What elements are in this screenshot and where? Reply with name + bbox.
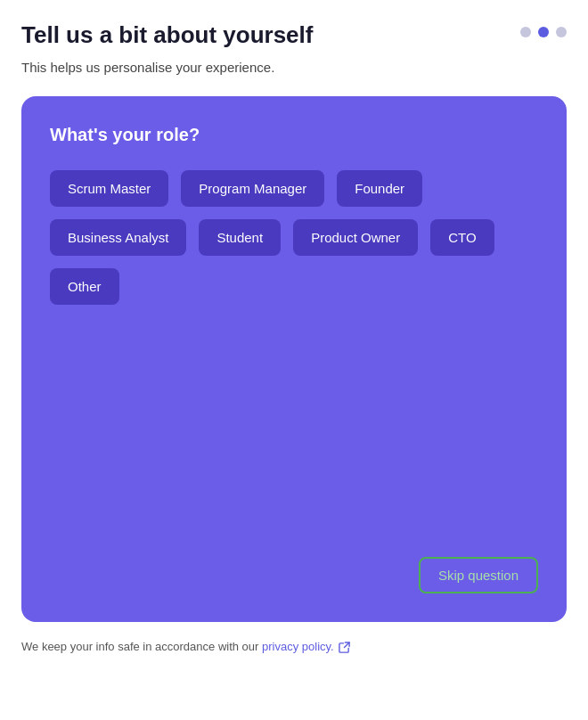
footer-text-before: We keep your info safe in accordance wit… — [21, 640, 262, 653]
step-dot-3 — [556, 27, 567, 37]
step-dot-1 — [520, 27, 531, 37]
role-other[interactable]: Other — [50, 268, 119, 305]
page-header: Tell us a bit about yourself — [21, 21, 567, 49]
role-product-owner[interactable]: Product Owner — [293, 219, 418, 256]
page-title: Tell us a bit about yourself — [21, 21, 313, 49]
card-question: What's your role? — [50, 125, 538, 145]
role-scrum-master[interactable]: Scrum Master — [50, 170, 168, 207]
step-dot-2 — [538, 27, 549, 37]
step-indicators — [520, 27, 567, 37]
page-subtitle: This helps us personalise your experienc… — [21, 60, 567, 75]
privacy-policy-link[interactable]: privacy policy. — [262, 640, 334, 653]
role-founder[interactable]: Founder — [337, 170, 422, 207]
role-cto[interactable]: CTO — [430, 219, 494, 256]
role-student[interactable]: Student — [199, 219, 281, 256]
role-program-manager[interactable]: Program Manager — [181, 170, 324, 207]
role-buttons-container: Scrum Master Program Manager Founder Bus… — [50, 170, 538, 305]
external-link-icon — [339, 642, 350, 653]
footer-text: We keep your info safe in accordance wit… — [21, 640, 567, 653]
skip-question-button[interactable]: Skip question — [419, 557, 538, 593]
role-business-analyst[interactable]: Business Analyst — [50, 219, 186, 256]
role-card: What's your role? Scrum Master Program M… — [21, 96, 567, 622]
